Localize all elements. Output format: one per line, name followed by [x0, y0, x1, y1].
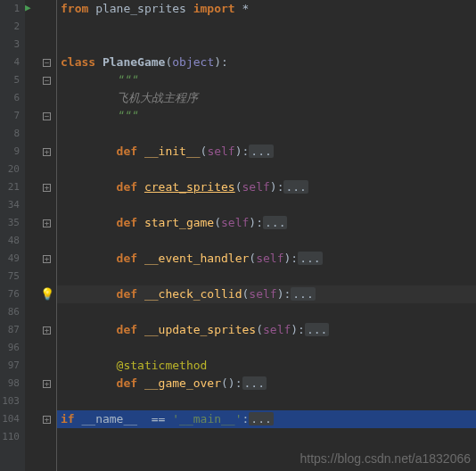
line-number: 7 [0, 107, 20, 125]
fold-toggle-icon[interactable]: − [43, 77, 51, 85]
code-line: class PlaneGame(object): [57, 54, 476, 71]
line-number: 110 [0, 428, 20, 446]
fold-ellipsis[interactable]: ... [283, 180, 308, 194]
line-number: 96 [0, 339, 20, 357]
line-number: 5 [0, 71, 20, 89]
code-line: 飞机大战主程序 [57, 89, 476, 107]
code-line [57, 232, 476, 250]
line-number: 9 [0, 143, 20, 161]
line-number: 49 [0, 250, 20, 268]
line-number: 8 [0, 125, 20, 143]
fold-gutter: − − − + + + + 💡 + + + [37, 0, 57, 471]
fold-ellipsis[interactable]: ... [242, 376, 267, 390]
watermark-text: https://blog.csdn.net/a1832066 [300, 451, 471, 466]
fold-ellipsis[interactable]: ... [263, 216, 287, 229]
code-line [57, 392, 476, 410]
line-number: 3 [0, 36, 20, 54]
line-number: 48 [0, 232, 20, 250]
fold-toggle-icon[interactable]: + [43, 219, 51, 227]
line-number: 21 [0, 178, 20, 196]
code-line: def __event_handler(self):... [57, 250, 476, 268]
code-line [57, 36, 476, 54]
line-number: 20 [0, 161, 20, 178]
fold-toggle-icon[interactable]: − [43, 59, 51, 67]
code-line: from plane_sprites import * [57, 0, 476, 18]
line-number: 98 [0, 375, 20, 392]
fold-toggle-icon[interactable]: + [43, 416, 51, 424]
code-line [57, 125, 476, 143]
fold-ellipsis[interactable]: ... [298, 252, 322, 265]
line-number: 6 [0, 89, 20, 107]
fold-toggle-icon[interactable]: + [43, 148, 51, 156]
code-line [57, 196, 476, 214]
fold-ellipsis[interactable]: ... [249, 145, 273, 158]
code-line [57, 268, 476, 285]
line-number: 86 [0, 303, 20, 321]
code-line: """ [57, 107, 476, 125]
line-number: 75 [0, 268, 20, 285]
run-margin: ▶ [25, 0, 37, 471]
lightbulb-icon[interactable]: 💡 [40, 287, 54, 301]
code-line: def __init__(self):... [57, 143, 476, 161]
code-line [57, 161, 476, 178]
run-icon[interactable]: ▶ [25, 0, 37, 13]
fold-toggle-icon[interactable]: + [43, 380, 51, 388]
line-number: 97 [0, 357, 20, 375]
fold-toggle-icon[interactable]: + [43, 255, 51, 263]
code-line: def __update_sprites(self):... [57, 321, 476, 339]
fold-ellipsis[interactable]: ... [305, 323, 329, 336]
line-number: 87 [0, 321, 20, 339]
line-number: 104 [0, 410, 20, 428]
code-line: """ [57, 71, 476, 89]
line-number: 1 [0, 0, 20, 18]
code-line [57, 303, 476, 321]
line-number: 35 [0, 214, 20, 232]
fold-toggle-icon[interactable]: + [43, 326, 51, 335]
code-line: if __name__ == '__main__':... [57, 410, 476, 428]
code-editor[interactable]: 1 2 3 4 5 6 7 8 9 20 21 34 35 48 49 75 7… [0, 0, 476, 471]
code-line [57, 18, 476, 36]
code-line: def __check_collid(self):... [57, 285, 476, 303]
code-line: def __game_over():... [57, 375, 476, 392]
code-line [57, 428, 476, 446]
fold-ellipsis[interactable]: ... [249, 412, 273, 426]
code-line: def start_game(self):... [57, 214, 476, 232]
fold-ellipsis[interactable]: ... [291, 287, 315, 301]
fold-toggle-icon[interactable]: + [43, 184, 51, 192]
line-number-gutter: 1 2 3 4 5 6 7 8 9 20 21 34 35 48 49 75 7… [0, 0, 25, 471]
code-line: @staticmethod [57, 357, 476, 375]
line-number: 2 [0, 18, 20, 36]
code-line: def creat_sprites(self):... [57, 178, 476, 196]
code-area[interactable]: from plane_sprites import * class PlaneG… [57, 0, 476, 471]
fold-toggle-icon[interactable]: − [43, 112, 51, 120]
line-number: 4 [0, 54, 20, 71]
code-line [57, 339, 476, 357]
line-number: 34 [0, 196, 20, 214]
line-number: 76 [0, 285, 20, 303]
line-number: 103 [0, 392, 20, 410]
